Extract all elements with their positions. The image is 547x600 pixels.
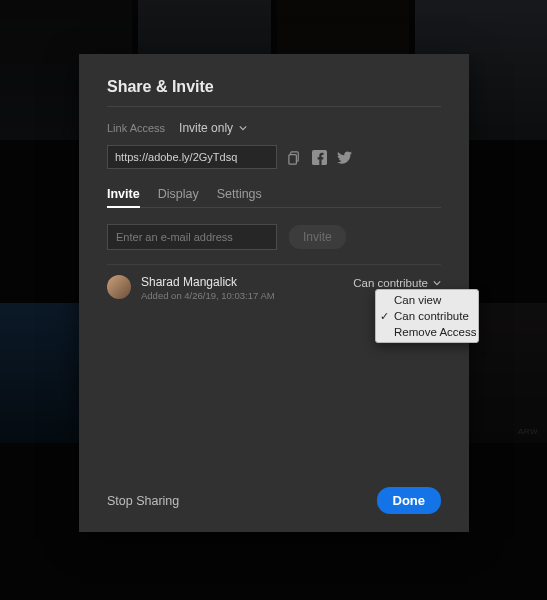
avatar xyxy=(107,275,131,299)
tab-settings[interactable]: Settings xyxy=(217,187,262,207)
dialog-title: Share & Invite xyxy=(107,78,441,96)
divider xyxy=(107,264,441,265)
share-url-input[interactable] xyxy=(107,145,277,169)
copy-icon[interactable] xyxy=(287,150,302,165)
member-name: Sharad Mangalick xyxy=(141,275,343,289)
chevron-down-icon xyxy=(239,124,247,132)
chevron-down-icon xyxy=(433,279,441,287)
share-icon-group xyxy=(287,150,352,165)
share-url-row xyxy=(107,145,441,169)
twitter-icon[interactable] xyxy=(337,150,352,165)
link-access-value: Invite only xyxy=(179,121,233,135)
email-field[interactable] xyxy=(107,224,277,250)
member-info: Sharad Mangalick Added on 4/26/19, 10:03… xyxy=(141,275,343,301)
role-menu-item-view[interactable]: Can view xyxy=(376,292,478,308)
tab-bar: Invite Display Settings xyxy=(107,187,441,208)
member-role-value: Can contribute xyxy=(353,277,428,289)
role-menu: Can view Can contribute Remove Access xyxy=(375,289,479,343)
role-menu-item-contribute[interactable]: Can contribute xyxy=(376,308,478,324)
facebook-icon[interactable] xyxy=(312,150,327,165)
svg-rect-1 xyxy=(289,154,297,163)
link-access-dropdown[interactable]: Invite only xyxy=(179,121,247,135)
role-menu-item-remove[interactable]: Remove Access xyxy=(376,324,478,340)
member-row: Sharad Mangalick Added on 4/26/19, 10:03… xyxy=(107,275,441,301)
invite-button[interactable]: Invite xyxy=(289,225,346,249)
member-role-dropdown[interactable]: Can contribute xyxy=(353,277,441,289)
invite-row: Invite xyxy=(107,224,441,250)
share-invite-dialog: Share & Invite Link Access Invite only I… xyxy=(79,54,469,532)
dialog-footer: Stop Sharing Done xyxy=(107,487,441,514)
tab-display[interactable]: Display xyxy=(158,187,199,207)
link-access-row: Link Access Invite only xyxy=(107,121,441,135)
tab-invite[interactable]: Invite xyxy=(107,187,140,207)
done-button[interactable]: Done xyxy=(377,487,442,514)
link-access-label: Link Access xyxy=(107,122,165,134)
divider xyxy=(107,106,441,107)
stop-sharing-link[interactable]: Stop Sharing xyxy=(107,494,179,508)
member-meta: Added on 4/26/19, 10:03:17 AM xyxy=(141,290,343,301)
